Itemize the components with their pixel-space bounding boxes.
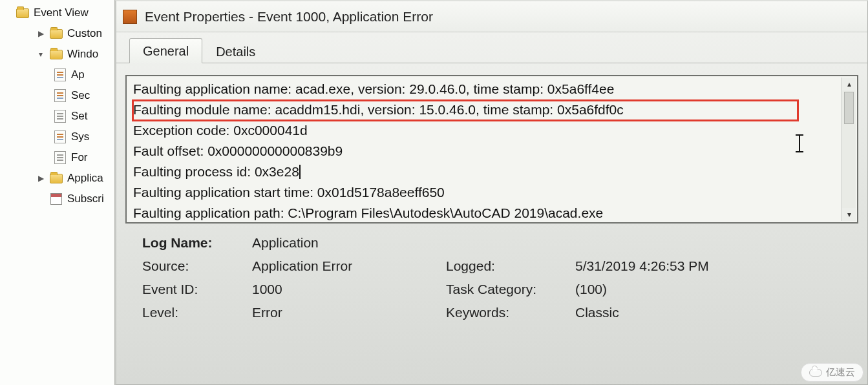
tree-system-log[interactable]: Sys — [0, 127, 114, 147]
tab-label: Details — [216, 45, 255, 59]
folder-icon — [49, 171, 63, 185]
msg-line: Faulting application start time: 0x01d51… — [133, 182, 838, 203]
tree-custom-views[interactable]: ▶ Custon — [0, 23, 114, 44]
tree-setup-log[interactable]: Set — [0, 106, 114, 127]
chevron-right-icon[interactable]: ▶ — [36, 174, 45, 183]
dialog-title: Event Properties - Event 1000, Applicati… — [145, 9, 433, 25]
tab-label: General — [143, 44, 189, 58]
dialog-titlebar[interactable]: Event Properties - Event 1000, Applicati… — [116, 1, 867, 32]
logged-label: Logged: — [446, 258, 575, 274]
log-icon — [53, 151, 67, 165]
event-viewer-tree[interactable]: Event View ▶ Custon ▾ Windo Ap Sec Set S… — [0, 0, 115, 385]
source-value: Application Error — [252, 258, 446, 274]
tree-root-label: Event View — [34, 6, 89, 19]
tree-application-log[interactable]: Ap — [0, 65, 114, 85]
subscriptions-icon — [49, 192, 63, 206]
event-viewer-icon — [16, 6, 30, 20]
chevron-right-icon[interactable]: ▶ — [36, 29, 45, 38]
eventid-value: 1000 — [252, 282, 446, 297]
tree-security-log[interactable]: Sec — [0, 85, 114, 106]
scroll-thumb[interactable] — [844, 92, 854, 124]
msg-line: Faulting process id: 0x3e28 — [133, 161, 838, 182]
tree-applications-services[interactable]: ▶ Applica — [0, 168, 114, 189]
taskcategory-value: (100) — [575, 282, 743, 297]
msg-line: Faulting application name: acad.exe, ver… — [133, 79, 838, 99]
tree-label: Sys — [71, 130, 89, 143]
eventid-label: Event ID: — [142, 282, 252, 297]
folder-icon — [49, 26, 63, 41]
log-icon — [53, 88, 67, 103]
app-icon — [123, 10, 137, 24]
cloud-icon — [809, 369, 822, 377]
tree-label: Sec — [71, 89, 90, 102]
keywords-value: Classic — [575, 305, 743, 320]
logged-value: 5/31/2019 4:26:53 PM — [575, 258, 743, 274]
event-message-textbox[interactable]: Faulting application name: acad.exe, ver… — [125, 75, 858, 224]
scrollbar-vertical[interactable]: ▴ ▾ — [842, 78, 856, 221]
log-icon — [53, 130, 67, 144]
tree-forwarded-log[interactable]: For — [0, 147, 114, 168]
watermark-text: 亿速云 — [826, 366, 855, 379]
tree-label: Ap — [71, 68, 85, 81]
chevron-down-icon[interactable]: ▾ — [36, 50, 45, 59]
source-label: Source: — [142, 258, 252, 274]
text-caret — [299, 165, 301, 179]
log-icon — [53, 109, 67, 123]
tab-strip: General Details — [116, 36, 867, 63]
tree-label: For — [71, 151, 88, 164]
log-icon — [53, 68, 67, 82]
msg-line: Faulting application path: C:\Program Fi… — [133, 203, 838, 224]
scroll-down-button[interactable]: ▾ — [842, 208, 856, 221]
keywords-label: Keywords: — [446, 305, 575, 320]
folder-icon — [49, 47, 63, 61]
logname-value: Application — [252, 235, 446, 251]
tree-label: Windo — [67, 48, 98, 61]
taskcategory-label: Task Category: — [446, 282, 575, 297]
msg-line: Faulting module name: acaddm15.hdi, vers… — [133, 99, 838, 120]
level-label: Level: — [142, 305, 252, 320]
watermark: 亿速云 — [801, 363, 863, 382]
event-property-grid: Log Name: Application Source: Applicatio… — [116, 224, 867, 320]
level-value: Error — [252, 305, 446, 320]
tab-details[interactable]: Details — [202, 39, 269, 63]
tree-label: Applica — [67, 172, 103, 185]
event-properties-dialog: Event Properties - Event 1000, Applicati… — [115, 0, 868, 385]
tab-general[interactable]: General — [129, 38, 202, 63]
scroll-up-button[interactable]: ▴ — [842, 78, 856, 90]
tree-subscriptions[interactable]: Subscri — [0, 189, 114, 209]
tree-label: Custon — [67, 27, 102, 40]
msg-line: Fault offset: 0x00000000000839b9 — [133, 141, 838, 161]
msg-line: Exception code: 0xc000041d — [133, 120, 838, 141]
tree-label: Subscri — [67, 192, 104, 205]
msg-text: Faulting process id: 0x3e28 — [133, 164, 299, 179]
tree-windows-logs[interactable]: ▾ Windo — [0, 44, 114, 65]
tree-root[interactable]: Event View — [0, 3, 114, 23]
logname-label: Log Name: — [142, 235, 252, 251]
tree-label: Set — [71, 110, 88, 123]
